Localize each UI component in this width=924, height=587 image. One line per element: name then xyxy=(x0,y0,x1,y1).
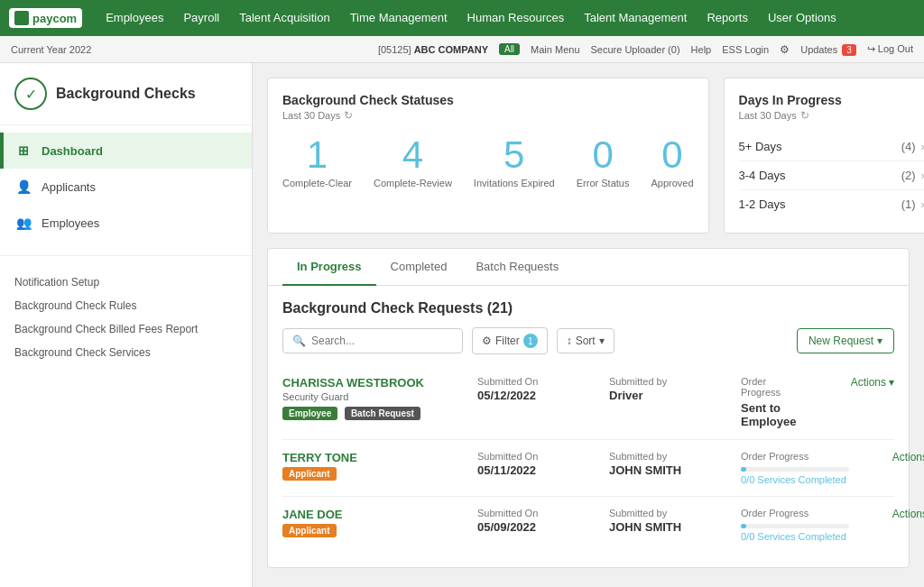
days-in-progress-card: Days In Progress Last 30 Days ↻ 5+ Days … xyxy=(724,78,924,234)
stat-complete-review: 4 Complete-Review xyxy=(374,136,452,188)
request-submitted-col-2: Submitted On 05/09/2022 xyxy=(477,508,595,534)
all-badge[interactable]: All xyxy=(499,43,520,55)
request-actions-col-2: Actions ▾ xyxy=(864,508,924,520)
submitted-by-value-2: JOHN SMITH xyxy=(609,520,726,534)
request-submitted-col-0: Submitted On 05/12/2022 xyxy=(477,376,595,402)
bg-check-fees-link[interactable]: Background Check Billed Fees Report xyxy=(14,317,237,341)
badge-applicant-2: Applicant xyxy=(282,524,337,537)
nav-talent-management[interactable]: Talent Management xyxy=(575,0,696,36)
background-checks-icon: ✓ xyxy=(14,78,47,110)
table-row: TERRY TONE Applicant Submitted On 05/11/… xyxy=(282,440,894,497)
stat-label-3: Error Status xyxy=(577,178,630,188)
request-actions-col-0: Actions ▾ xyxy=(822,376,894,389)
days-row-1-2[interactable]: 1-2 Days (1) › xyxy=(739,190,924,218)
sidebar-item-label-applicants: Applicants xyxy=(42,180,96,194)
sidebar-item-dashboard[interactable]: ⊞ Dashboard xyxy=(0,133,252,169)
request-badges-2: Applicant xyxy=(282,523,463,537)
request-submitted-col-1: Submitted On 05/11/2022 xyxy=(477,451,595,477)
logout-link[interactable]: ↪ Log Out xyxy=(867,43,913,55)
tab-batch-requests[interactable]: Batch Requests xyxy=(461,249,573,286)
main-menu-link[interactable]: Main Menu xyxy=(531,44,579,55)
days-count-1-2: (1) xyxy=(901,197,916,211)
stat-complete-clear: 1 Complete-Clear xyxy=(282,136,352,188)
ess-login-link[interactable]: ESS Login xyxy=(722,44,769,55)
nav-human-resources[interactable]: Human Resources xyxy=(458,0,574,36)
company-code: [05125] ABC COMPANY xyxy=(378,44,488,55)
badge-batch-0: Batch Request xyxy=(345,407,420,420)
days-label-5plus: 5+ Days xyxy=(739,140,782,153)
company-name: ABC COMPANY xyxy=(414,44,488,55)
stat-num-1: 4 xyxy=(374,136,452,174)
request-name-col-0: CHARISSA WESTBROOK Security Guard Employ… xyxy=(282,376,463,420)
updates-count-badge: 3 xyxy=(842,44,856,56)
actions-button-1[interactable]: Actions ▾ xyxy=(864,451,924,463)
help-link[interactable]: Help xyxy=(691,44,712,55)
days-refresh-icon[interactable]: ↻ xyxy=(800,109,809,122)
nav-reports[interactable]: Reports xyxy=(698,0,757,36)
sort-icon: ↕ xyxy=(567,335,572,347)
actions-button-0[interactable]: Actions ▾ xyxy=(822,376,894,389)
submitted-by-value-0: Driver xyxy=(609,389,726,402)
stat-invitations-expired: 5 Invitations Expired xyxy=(474,136,555,188)
progress-label-1: Order Progress xyxy=(741,451,849,462)
updates-link[interactable]: Updates 3 xyxy=(800,44,856,55)
new-request-button[interactable]: New Request ▾ xyxy=(797,328,894,353)
tabs-bar: In Progress Completed Batch Requests xyxy=(268,249,909,286)
sidebar-item-applicants[interactable]: 👤 Applicants xyxy=(0,169,252,205)
filter-label: Filter xyxy=(495,335,520,347)
table-title: Background Check Requests (21) xyxy=(282,300,894,316)
stat-label-0: Complete-Clear xyxy=(282,178,352,188)
status-card-subtitle: Last 30 Days ↻ xyxy=(282,109,694,122)
request-submitted-by-col-1: Submitted by JOHN SMITH xyxy=(609,451,726,477)
days-label-3-4: 3-4 Days xyxy=(739,169,786,182)
paycom-logo[interactable]: paycom xyxy=(9,8,82,28)
sidebar-header: ✓ Background Checks xyxy=(0,63,252,125)
request-badges-1: Applicant xyxy=(282,466,463,481)
nav-talent-acquisition[interactable]: Talent Acquisition xyxy=(230,0,338,36)
stat-error-status: 0 Error Status xyxy=(577,136,630,188)
days-right-1-2: (1) › xyxy=(901,197,924,211)
logo-icon xyxy=(14,11,29,25)
submitted-on-value-2: 05/09/2022 xyxy=(477,520,595,534)
notification-setup-link[interactable]: Notification Setup xyxy=(14,271,237,294)
sidebar-item-employees[interactable]: 👥 Employees xyxy=(0,205,252,241)
sidebar-links: Notification Setup Background Check Rule… xyxy=(0,263,252,371)
chevron-right-icon-5plus: › xyxy=(921,141,924,153)
request-name-2[interactable]: JANE DOE xyxy=(282,508,463,521)
tab-in-progress[interactable]: In Progress xyxy=(282,249,376,286)
request-progress-col-2: Order Progress 0/0 Services Completed xyxy=(741,508,849,542)
request-name-0[interactable]: CHARISSA WESTBROOK xyxy=(282,376,463,390)
status-card-title: Background Check Statuses xyxy=(282,93,694,107)
table-toolbar: 🔍 ⚙ Filter 1 ↕ Sort ▾ New xyxy=(282,327,894,354)
tab-completed[interactable]: Completed xyxy=(376,249,462,286)
bg-check-services-link[interactable]: Background Check Services xyxy=(14,341,237,364)
search-input[interactable] xyxy=(311,335,453,347)
nav-employees[interactable]: Employees xyxy=(97,0,172,36)
actions-chevron-icon-0: ▾ xyxy=(889,376,894,389)
sub-header: Current Year 2022 [05125] ABC COMPANY Al… xyxy=(0,36,924,63)
days-row-5plus[interactable]: 5+ Days (4) › xyxy=(739,133,924,161)
nav-payroll[interactable]: Payroll xyxy=(174,0,228,36)
badge-applicant-1: Applicant xyxy=(282,467,337,481)
request-badges-0: Employee Batch Request xyxy=(282,406,463,420)
gear-icon[interactable]: ⚙ xyxy=(780,43,790,56)
stat-label-4: Approved xyxy=(651,178,693,188)
main-layout: ✓ Background Checks ⊞ Dashboard 👤 Applic… xyxy=(0,63,924,587)
submitted-by-label-2: Submitted by xyxy=(609,508,726,518)
secure-uploader-link[interactable]: Secure Uploader (0) xyxy=(591,44,680,55)
request-name-1[interactable]: TERRY TONE xyxy=(282,451,463,464)
lower-card: In Progress Completed Batch Requests Bac… xyxy=(267,248,910,568)
nav-user-options[interactable]: User Options xyxy=(759,0,845,36)
refresh-icon[interactable]: ↻ xyxy=(344,109,353,122)
bg-check-rules-link[interactable]: Background Check Rules xyxy=(14,294,237,317)
filter-button[interactable]: ⚙ Filter 1 xyxy=(472,327,548,354)
table-row: CHARISSA WESTBROOK Security Guard Employ… xyxy=(282,365,894,440)
stat-num-0: 1 xyxy=(282,136,352,174)
request-progress-col-1: Order Progress 0/0 Services Completed xyxy=(741,451,849,485)
sort-button[interactable]: ↕ Sort ▾ xyxy=(557,328,614,353)
stat-num-4: 0 xyxy=(651,136,693,174)
actions-button-2[interactable]: Actions ▾ xyxy=(864,508,924,520)
stat-label-1: Complete-Review xyxy=(374,178,452,188)
days-row-3-4[interactable]: 3-4 Days (2) › xyxy=(739,161,924,190)
nav-time-management[interactable]: Time Management xyxy=(341,0,457,36)
